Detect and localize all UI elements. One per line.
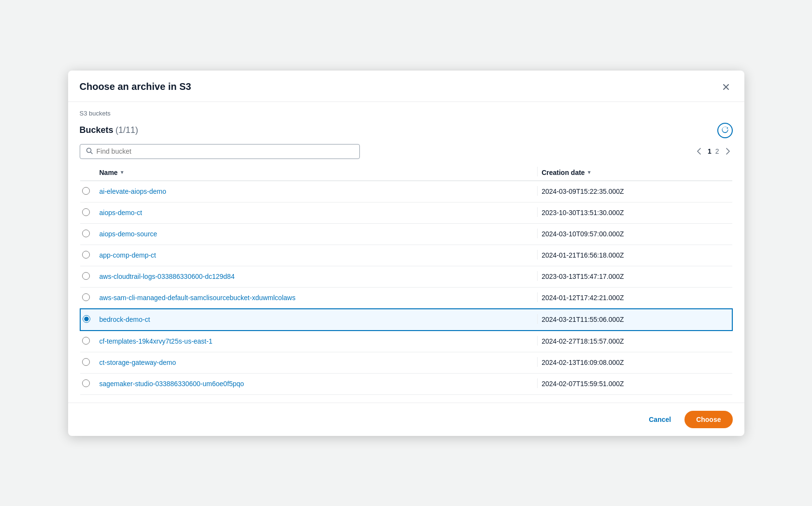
refresh-icon — [721, 126, 729, 135]
creation-date-cell: 2023-03-13T15:47:17.000Z — [541, 266, 732, 287]
search-icon — [86, 147, 93, 156]
table-row[interactable]: aiops-demo-ct 2023-10-30T13:51:30.000Z — [80, 202, 732, 223]
radio-input[interactable] — [82, 208, 90, 216]
creation-date-cell: 2024-02-07T15:59:51.000Z — [541, 373, 732, 394]
prev-page-button[interactable] — [694, 146, 704, 157]
choose-button[interactable]: Choose — [684, 411, 732, 428]
th-creation-date[interactable]: Creation date ▼ — [541, 165, 732, 181]
creation-date-cell: 2024-03-09T15:22:35.000Z — [541, 181, 732, 202]
bucket-link[interactable]: sagemaker-studio-033886330600-um6oe0f5pq… — [100, 380, 244, 388]
modal-dialog: Choose an archive in S3 S3 buckets Bucke… — [68, 71, 744, 436]
table-row[interactable]: app-comp-demp-ct 2024-01-21T16:56:18.000… — [80, 245, 732, 266]
cancel-button[interactable]: Cancel — [641, 412, 679, 427]
section-header: Buckets (1/11) — [80, 123, 733, 138]
breadcrumb: S3 buckets — [80, 110, 733, 117]
radio-input[interactable] — [82, 293, 90, 301]
bucket-link[interactable]: cf-templates-19k4xrvy7t25s-us-east-1 — [100, 337, 213, 345]
current-page: 1 — [708, 147, 712, 155]
radio-cell[interactable] — [80, 223, 100, 245]
bucket-link[interactable]: ai-elevate-aiops-demo — [100, 188, 167, 195]
bucket-link[interactable]: aiops-demo-source — [100, 230, 157, 238]
sep-cell — [533, 352, 541, 373]
radio-cell[interactable] — [80, 331, 100, 352]
creation-date-cell: 2024-02-13T16:09:08.000Z — [541, 352, 732, 373]
creation-date-cell: 2024-02-27T18:15:57.000Z — [541, 331, 732, 352]
radio-input[interactable] — [82, 379, 90, 387]
creation-date-cell: 2024-01-12T17:42:21.000Z — [541, 287, 732, 309]
section-title-container: Buckets (1/11) — [80, 125, 139, 135]
creation-date-cell: 2023-10-30T13:51:30.000Z — [541, 202, 732, 223]
th-select — [80, 165, 100, 181]
refresh-button[interactable] — [717, 123, 733, 138]
name-cell[interactable]: ct-storage-gateway-demo — [100, 352, 534, 373]
close-button[interactable] — [719, 80, 733, 94]
bucket-link[interactable]: ct-storage-gateway-demo — [100, 359, 176, 366]
name-cell[interactable]: aiops-demo-ct — [100, 202, 534, 223]
modal-title: Choose an archive in S3 — [80, 81, 191, 92]
table-row[interactable]: ct-storage-gateway-demo 2024-02-13T16:09… — [80, 352, 732, 373]
creation-date-cell: 2024-01-21T16:56:18.000Z — [541, 245, 732, 266]
table-row[interactable]: aws-sam-cli-managed-default-samclisource… — [80, 287, 732, 309]
bucket-link[interactable]: aiops-demo-ct — [100, 209, 142, 217]
sep-cell — [533, 223, 541, 245]
next-page-button[interactable] — [723, 146, 733, 157]
pagination-controls: 1 2 — [694, 146, 733, 157]
name-cell[interactable]: ai-elevate-aiops-demo — [100, 181, 534, 202]
radio-cell[interactable] — [80, 287, 100, 309]
radio-cell[interactable] — [80, 373, 100, 394]
radio-input[interactable] — [82, 187, 90, 195]
sep-cell — [533, 331, 541, 352]
name-cell[interactable]: aws-sam-cli-managed-default-samclisource… — [100, 287, 534, 309]
sep-cell — [533, 287, 541, 309]
radio-input[interactable] — [82, 251, 90, 259]
search-input[interactable] — [97, 147, 354, 155]
name-cell[interactable]: aiops-demo-source — [100, 223, 534, 245]
page-separator: 2 — [715, 147, 719, 155]
table-row[interactable]: ai-elevate-aiops-demo 2024-03-09T15:22:3… — [80, 181, 732, 202]
radio-cell[interactable] — [80, 245, 100, 266]
th-sep1 — [533, 165, 541, 181]
sep-cell — [533, 373, 541, 394]
name-cell[interactable]: aws-cloudtrail-logs-033886330600-dc129d8… — [100, 266, 534, 287]
modal-footer: Cancel Choose — [68, 403, 744, 436]
bucket-link[interactable]: aws-cloudtrail-logs-033886330600-dc129d8… — [100, 273, 235, 280]
radio-input[interactable] — [82, 272, 90, 280]
section-title: Buckets — [80, 125, 114, 135]
table-row[interactable]: aiops-demo-source 2024-03-10T09:57:00.00… — [80, 223, 732, 245]
search-container — [80, 144, 360, 159]
creation-date-cell: 2024-03-10T09:57:00.000Z — [541, 223, 732, 245]
name-cell[interactable]: bedrock-demo-ct — [100, 309, 534, 331]
sep-cell — [533, 266, 541, 287]
th-name[interactable]: Name ▼ — [100, 165, 534, 181]
radio-input[interactable] — [82, 230, 90, 237]
radio-cell[interactable] — [80, 309, 100, 331]
sep-cell — [533, 202, 541, 223]
bucket-link[interactable]: bedrock-demo-ct — [100, 316, 150, 323]
radio-cell[interactable] — [80, 181, 100, 202]
name-cell[interactable]: cf-templates-19k4xrvy7t25s-us-east-1 — [100, 331, 534, 352]
modal-body: S3 buckets Buckets (1/11) — [68, 102, 744, 403]
creation-date-cell: 2024-03-21T11:55:06.000Z — [541, 309, 732, 331]
sep-cell — [533, 181, 541, 202]
table-row[interactable]: cf-templates-19k4xrvy7t25s-us-east-1 202… — [80, 331, 732, 352]
radio-cell[interactable] — [80, 266, 100, 287]
table-row[interactable]: sagemaker-studio-033886330600-um6oe0f5pq… — [80, 373, 732, 394]
section-count: (1/11) — [115, 125, 138, 135]
name-cell[interactable]: sagemaker-studio-033886330600-um6oe0f5pq… — [100, 373, 534, 394]
radio-input[interactable] — [83, 315, 90, 323]
radio-input[interactable] — [82, 337, 90, 345]
modal-header: Choose an archive in S3 — [68, 71, 744, 102]
radio-input[interactable] — [82, 358, 90, 366]
creation-date-sort-icon: ▼ — [587, 170, 592, 175]
sep-cell — [533, 309, 541, 331]
table-row[interactable]: aws-cloudtrail-logs-033886330600-dc129d8… — [80, 266, 732, 287]
table-row[interactable]: bedrock-demo-ct 2024-03-21T11:55:06.000Z — [80, 309, 732, 331]
toolbar: 1 2 — [80, 144, 733, 159]
bucket-link[interactable]: app-comp-demp-ct — [100, 251, 157, 259]
name-cell[interactable]: app-comp-demp-ct — [100, 245, 534, 266]
sep-cell — [533, 245, 541, 266]
radio-cell[interactable] — [80, 202, 100, 223]
bucket-link[interactable]: aws-sam-cli-managed-default-samclisource… — [100, 294, 296, 302]
name-sort-icon: ▼ — [120, 170, 125, 175]
radio-cell[interactable] — [80, 352, 100, 373]
